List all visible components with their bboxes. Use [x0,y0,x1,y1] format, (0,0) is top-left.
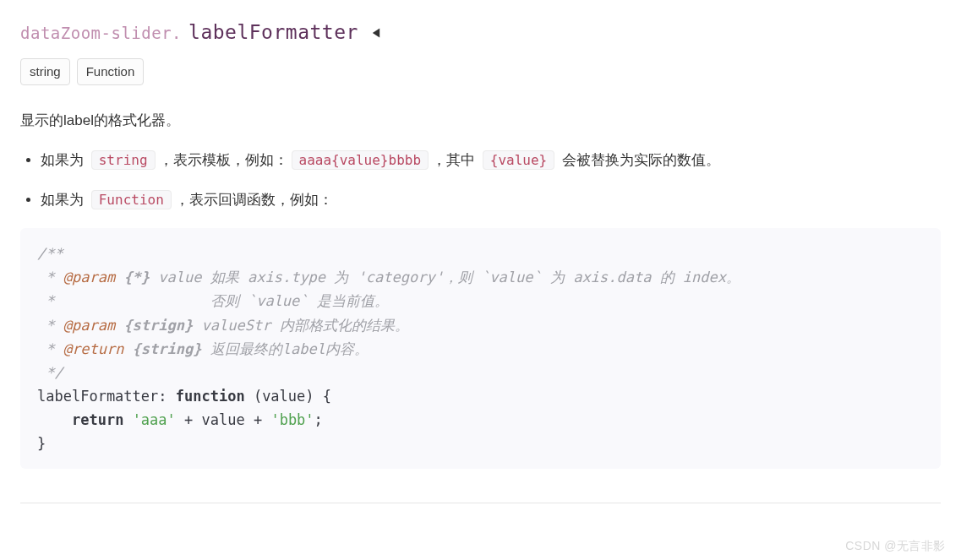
description: 显示的label的格式化器。 [20,109,941,132]
jsdoc-tag: @param [63,317,115,334]
inline-code: Function [91,190,172,209]
code-comment: * [37,317,63,334]
divider [20,503,941,503]
inline-code: string [91,150,156,170]
type-tag-string: string [20,58,70,85]
code-text: } [37,435,46,452]
code-comment: 返回最终的label内容。 [202,340,369,357]
code-keyword: return [72,411,123,428]
property-name: labelFormatter [188,17,358,48]
code-text [37,411,72,428]
jsdoc-type: {*} [115,269,150,285]
text: ，表示模板，例如： [159,152,288,168]
type-tags: string Function [20,58,941,85]
inline-code: {value} [483,150,554,170]
code-block: /** * @param {*} value 如果 axis.type 为 'c… [20,228,941,468]
code-text [123,411,132,428]
code-text: labelFormatter: [37,388,176,405]
code-comment: * [37,340,63,357]
collapse-icon[interactable] [370,27,382,39]
code-text: (value) { [245,388,331,405]
text: ，其中 [432,152,479,168]
code-keyword: function [176,388,245,405]
jsdoc-type: {string} [123,340,201,357]
jsdoc-type: {strign} [115,317,193,334]
code-comment: * 否则 `value` 是当前值。 [37,292,389,309]
text: 如果为 [41,192,88,208]
jsdoc-tag: @param [63,269,115,285]
text: 如果为 [41,152,88,168]
code-text: ; [314,411,323,428]
breadcrumb[interactable]: dataZoom-slider. [20,20,182,46]
inline-code: aaaa{value}bbbb [292,150,429,170]
code-string: 'aaa' [133,411,176,428]
code-string: 'bbb' [270,411,314,428]
code-comment: value 如果 axis.type 为 'category'，则 `value… [150,269,740,285]
type-tag-function: Function [77,58,145,85]
list-item: 如果为 Function，表示回调函数，例如： [41,188,941,211]
code-comment: * [37,269,63,285]
jsdoc-tag: @return [63,340,124,357]
doc-header: dataZoom-slider. labelFormatter [20,17,941,48]
code-text: + value + [176,411,271,428]
code-comment: /** [37,245,63,262]
code-comment: valueStr 内部格式化的结果。 [193,317,408,334]
list-item: 如果为 string，表示模板，例如：aaaa{value}bbbb，其中 {v… [41,149,941,171]
text: 会被替换为实际的数值。 [558,152,720,168]
description-points: 如果为 string，表示模板，例如：aaaa{value}bbbb，其中 {v… [20,149,941,211]
code-comment: */ [37,364,63,381]
text: ，表示回调函数，例如： [175,192,333,208]
